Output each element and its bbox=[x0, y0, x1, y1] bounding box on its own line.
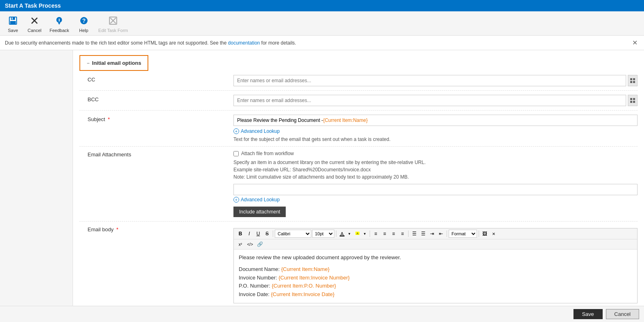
svg-rect-17 bbox=[630, 81, 632, 83]
svg-rect-3 bbox=[12, 17, 13, 19]
form-body: CC bbox=[73, 71, 644, 306]
format-selector[interactable]: Format bbox=[449, 230, 477, 238]
edit-task-form-button[interactable]: Edit Task Form bbox=[95, 13, 131, 34]
hint1: Specify an item in a document library on… bbox=[233, 159, 638, 166]
attachments-label: Email Attachments bbox=[79, 151, 233, 158]
lookup-plus-icon: + bbox=[233, 128, 239, 134]
email-body-field: B I U S Calibri 10pt bbox=[233, 226, 638, 303]
toolbar-sep5 bbox=[447, 230, 447, 237]
help-button[interactable]: ? Help bbox=[74, 13, 94, 34]
cc-picker-button[interactable] bbox=[628, 75, 638, 86]
attachment-hints: Specify an item in a document library on… bbox=[233, 159, 638, 181]
help-icon: ? bbox=[77, 14, 90, 27]
underline-button[interactable]: U bbox=[254, 230, 262, 238]
close-banner-button[interactable]: ✕ bbox=[631, 39, 639, 47]
italic-button[interactable]: I bbox=[245, 230, 253, 238]
token-date: {Current Item:Invoice Date} bbox=[271, 291, 335, 297]
bcc-row: BCC bbox=[79, 91, 638, 111]
cc-field bbox=[233, 75, 638, 86]
highlight-color-button[interactable]: A bbox=[353, 230, 362, 238]
attachments-field: Attach file from workflow Specify an ite… bbox=[233, 151, 638, 217]
highlight-color-group: A ▼ bbox=[353, 230, 368, 238]
font-color-group: A ▼ bbox=[338, 230, 353, 238]
align-justify-button[interactable]: ≡ bbox=[398, 230, 407, 238]
token-invoice: {Current Item:Invoice Number} bbox=[278, 275, 350, 281]
subject-hint: Text for the subject of the email that g… bbox=[233, 136, 638, 142]
collapse-icon: − bbox=[87, 60, 90, 66]
bold-button[interactable]: B bbox=[236, 230, 244, 238]
strikethrough-button[interactable]: S bbox=[263, 230, 271, 238]
cc-input[interactable] bbox=[233, 75, 626, 86]
bullet-list-button[interactable]: ☰ bbox=[410, 230, 418, 238]
subject-row: Subject * Please Review the Pending Docu… bbox=[79, 111, 638, 147]
sidebar bbox=[0, 50, 73, 306]
feedback-label: Feedback bbox=[49, 28, 69, 33]
email-body-line1: Please review the new uploaded document … bbox=[239, 254, 632, 262]
font-color-dropdown[interactable]: ▼ bbox=[346, 230, 353, 238]
save-button[interactable]: Save bbox=[3, 13, 23, 34]
subject-required: * bbox=[106, 116, 110, 122]
hint2: Example site-relative URL: Shared%20Docu… bbox=[233, 166, 638, 173]
svg-rect-7 bbox=[59, 19, 60, 21]
cancel-button[interactable]: Cancel bbox=[24, 13, 45, 34]
insert-close-button[interactable]: ✕ bbox=[490, 230, 498, 238]
font-selector[interactable]: Calibri bbox=[275, 230, 311, 238]
attachment-url-input[interactable] bbox=[233, 184, 638, 195]
subject-token: {Current Item:Name} bbox=[323, 117, 368, 123]
subject-label: Subject * bbox=[79, 115, 233, 122]
section-title: Initial email options bbox=[92, 60, 141, 66]
link-button[interactable]: 🔗 bbox=[256, 240, 264, 248]
cc-row: CC bbox=[79, 71, 638, 91]
svg-rect-1 bbox=[11, 17, 15, 20]
font-color-button[interactable]: A bbox=[338, 230, 346, 238]
feedback-button[interactable]: Feedback bbox=[46, 13, 72, 34]
align-left-button[interactable]: ≡ bbox=[372, 230, 380, 238]
toolbar-sep6 bbox=[479, 230, 479, 237]
section-header[interactable]: − Initial email options bbox=[79, 55, 148, 71]
section-panel: − Initial email options CC bbox=[73, 50, 644, 306]
svg-rect-19 bbox=[630, 98, 632, 100]
svg-text:A: A bbox=[357, 232, 359, 235]
attach-checkbox[interactable] bbox=[233, 151, 239, 156]
feedback-icon bbox=[53, 14, 66, 27]
attach-checkbox-row: Attach file from workflow bbox=[233, 151, 638, 156]
attachment-advanced-lookup[interactable]: + Advanced Lookup bbox=[233, 197, 638, 203]
svg-text:?: ? bbox=[82, 17, 86, 24]
subscript-button[interactable]: x² bbox=[236, 240, 244, 248]
svg-rect-15 bbox=[630, 78, 632, 80]
svg-rect-8 bbox=[59, 19, 60, 19]
include-attachment-button[interactable]: Include attachment bbox=[233, 207, 286, 217]
bcc-picker-button[interactable] bbox=[628, 95, 638, 106]
subject-input-display: Please Review the Pending Document - {Cu… bbox=[233, 115, 638, 126]
email-body-line4: P.O. Number: {Current Item:P.O. Number} bbox=[239, 282, 632, 290]
subject-value: Please Review the Pending Document - bbox=[237, 117, 323, 123]
align-center-button[interactable]: ≡ bbox=[381, 230, 389, 238]
toolbar: Save Cancel Feedback ? H bbox=[0, 11, 644, 36]
info-banner-link[interactable]: documentation bbox=[228, 40, 260, 46]
subject-advanced-lookup[interactable]: + Advanced Lookup bbox=[233, 128, 638, 134]
font-size-selector[interactable]: 10pt bbox=[312, 230, 334, 238]
code-button[interactable]: </> bbox=[246, 240, 254, 248]
title-bar-label: Start A Task Process bbox=[5, 2, 61, 9]
toolbar-sep2 bbox=[336, 230, 336, 237]
token-po: {Current Item:P.O. Number} bbox=[272, 283, 336, 289]
toolbar-sep1 bbox=[273, 230, 273, 237]
edit-task-form-icon bbox=[107, 14, 120, 27]
indent-button[interactable]: ⇥ bbox=[428, 230, 436, 238]
align-right-button[interactable]: ≡ bbox=[389, 230, 398, 238]
insert-image-button[interactable]: 🖼 bbox=[481, 230, 489, 238]
svg-rect-16 bbox=[633, 78, 635, 80]
email-body-label: Email body * bbox=[79, 226, 233, 232]
editor-body[interactable]: Please review the new uploaded document … bbox=[234, 249, 637, 303]
svg-rect-21 bbox=[630, 101, 632, 103]
attachments-row: Email Attachments Attach file from workf… bbox=[79, 147, 638, 222]
highlight-color-dropdown[interactable]: ▼ bbox=[362, 230, 368, 238]
cancel-icon bbox=[28, 14, 41, 27]
editor-toolbar-row1: B I U S Calibri 10pt bbox=[234, 228, 637, 239]
save-label: Save bbox=[8, 28, 18, 33]
email-body-required: * bbox=[115, 226, 118, 232]
attachment-lookup-plus-icon: + bbox=[233, 197, 239, 203]
outdent-button[interactable]: ⇤ bbox=[437, 230, 445, 238]
numbered-list-button[interactable]: ☰ bbox=[419, 230, 427, 238]
bcc-input[interactable] bbox=[233, 95, 626, 106]
